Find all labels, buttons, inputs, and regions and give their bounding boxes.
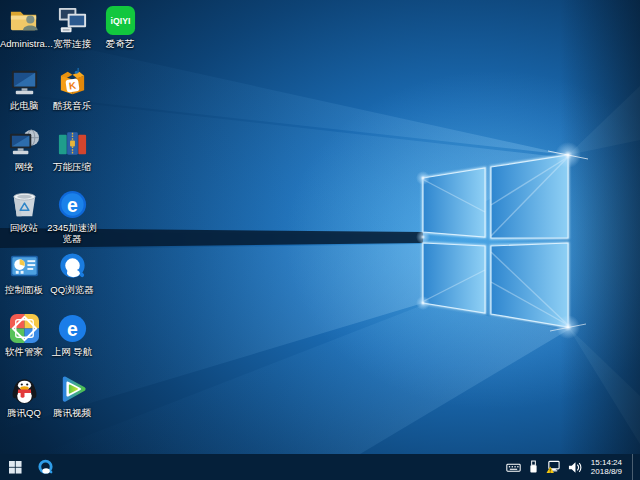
iqiyi-icon: iQIYI (104, 4, 137, 37)
tencent-qq-icon (8, 373, 41, 406)
windows-logo-icon (9, 461, 22, 474)
taskbar-qq-browser-button[interactable] (30, 454, 60, 480)
desktop-icon-label: 2345加速浏览器 (46, 222, 98, 244)
desktop-icon-label: 网络 (0, 161, 48, 172)
desktop-icon-iqiyi[interactable]: iQIYI 爱奇艺 (94, 4, 146, 49)
desktop-icon-broadband[interactable]: 宽带连接 (46, 4, 98, 49)
desktop-icon-label: 软件管家 (0, 346, 48, 357)
desktop-icon-qq-browser[interactable]: QQ浏览器 (46, 250, 98, 295)
desktop-icon-archiver[interactable]: 万能压缩 (46, 127, 98, 172)
user-folder-icon (8, 4, 41, 37)
touch-keyboard-icon[interactable] (506, 461, 521, 474)
svg-text:iQIYI: iQIYI (110, 16, 130, 26)
kuwo-music-icon: K (56, 66, 89, 99)
this-pc-icon (8, 66, 41, 99)
software-manager-icon (8, 312, 41, 345)
desktop-icon-tencent-qq[interactable]: 腾讯QQ (0, 373, 48, 418)
desktop-icon-label: 腾讯视频 (46, 407, 98, 418)
desktop-icon-label: 腾讯QQ (0, 407, 48, 418)
desktop-icon-label: 回收站 (0, 222, 48, 233)
qq-browser-icon (56, 250, 89, 283)
desktop-icon-control-panel[interactable]: 控制面板 (0, 250, 48, 295)
broadband-connection-icon (56, 4, 89, 37)
desktop-icon-label: 万能压缩 (46, 161, 98, 172)
qq-browser-icon (37, 459, 54, 476)
tray-time: 15:14:24 (591, 458, 622, 467)
system-tray: 15:14:24 2018/8/9 (506, 454, 640, 480)
wanneng-archiver-icon (56, 127, 89, 160)
desktop-icon-label: 酷我音乐 (46, 100, 98, 111)
desktop-icon-label: QQ浏览器 (46, 284, 98, 295)
svg-text:e: e (67, 194, 78, 216)
control-panel-icon (8, 250, 41, 283)
desktop-icon-this-pc[interactable]: 此电脑 (0, 66, 48, 111)
desktop-icon-label: 此电脑 (0, 100, 48, 111)
desktop-icon-label: Administra... (0, 38, 48, 49)
web-navigation-icon: e (56, 312, 89, 345)
recycle-bin-icon (8, 188, 41, 221)
desktop-icon-administrator[interactable]: Administra... (0, 4, 48, 49)
taskbar: 15:14:24 2018/8/9 (0, 454, 640, 480)
desktop-icon-kuwo-music[interactable]: K 酷我音乐 (46, 66, 98, 111)
network-warning-icon[interactable] (546, 460, 561, 474)
desktop-icon-software-manager[interactable]: 软件管家 (0, 312, 48, 357)
desktop-icon-label: 爱奇艺 (94, 38, 146, 49)
desktop-icon-2345-browser[interactable]: e 2345加速浏览器 (46, 188, 98, 244)
desktop-icon-label: 上网 导航 (46, 346, 98, 357)
start-button[interactable] (0, 454, 30, 480)
svg-text:e: e (67, 318, 78, 340)
tencent-video-icon (56, 373, 89, 406)
desktop-icon-web-navigation[interactable]: e 上网 导航 (46, 312, 98, 357)
desktop-icon-network[interactable]: 网络 (0, 127, 48, 172)
desktop-icon-label: 控制面板 (0, 284, 48, 295)
tray-clock[interactable]: 15:14:24 2018/8/9 (589, 458, 622, 476)
2345-browser-icon: e (56, 188, 89, 221)
usb-device-icon[interactable] (528, 460, 539, 474)
show-desktop-button[interactable] (632, 454, 637, 480)
desktop-icon-label: 宽带连接 (46, 38, 98, 49)
network-icon (8, 127, 41, 160)
desktop-icon-tencent-video[interactable]: 腾讯视频 (46, 373, 98, 418)
volume-icon[interactable] (568, 461, 582, 474)
desktop: Administra... 宽带连接 iQIYI 爱奇艺 此电脑 (0, 0, 640, 480)
desktop-icon-recycle-bin[interactable]: 回收站 (0, 188, 48, 233)
tray-date: 2018/8/9 (591, 467, 622, 476)
